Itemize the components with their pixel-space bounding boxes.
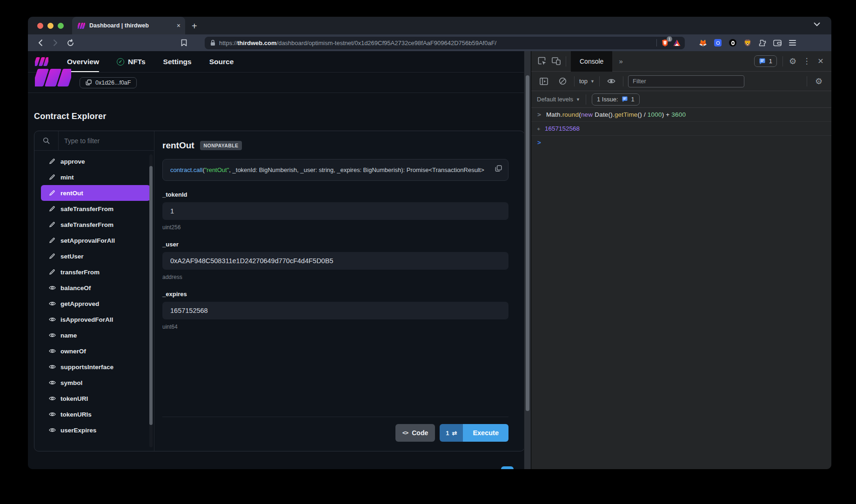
bookmark-icon[interactable] [178, 37, 190, 49]
function-list-item[interactable]: ownerOf [41, 343, 150, 359]
page-scrollbar-thumb[interactable] [526, 75, 529, 411]
browser-menu-icon[interactable] [788, 39, 796, 47]
chat-widget-sliver[interactable] [501, 466, 514, 469]
site-nav: ✓ Overview ✓ NFTs ✓ Settings ✓ Source [28, 51, 531, 73]
console-sidebar-icon[interactable] [537, 74, 551, 88]
clear-console-icon[interactable] [555, 74, 569, 88]
dark-circle-extension-icon[interactable] [729, 39, 737, 47]
page-scrollbar[interactable] [524, 51, 531, 469]
brave-shield-icon[interactable]: 1 [661, 39, 669, 47]
live-expression-eye-icon[interactable] [604, 74, 618, 88]
eye-icon [48, 427, 56, 433]
reload-button[interactable] [64, 37, 76, 49]
more-tabs-icon[interactable]: » [612, 57, 629, 65]
function-list-item[interactable]: getApproved [41, 296, 150, 312]
console-prompt-row[interactable]: > [531, 136, 831, 149]
function-detail: rentOut NONPAYABLE contract.call("rentOu… [154, 131, 524, 451]
browser-tab[interactable]: Dashboard | thirdweb × [72, 17, 185, 34]
site-nav-item[interactable]: ✓ Settings [163, 51, 192, 72]
function-list-item[interactable]: rentOut [41, 185, 150, 201]
console-filter-input[interactable] [628, 75, 744, 87]
param-input[interactable] [162, 202, 508, 220]
sidebar-scrollbar-thumb[interactable] [149, 166, 153, 425]
param-label: _expires [162, 291, 508, 298]
detail-footer: <> Code 1⇄ Execute [162, 417, 508, 451]
input-chevron: > [537, 111, 541, 118]
function-list-item[interactable]: transferFrom [41, 264, 150, 280]
site-nav-item[interactable]: ✓ Source [209, 51, 234, 72]
function-list-item[interactable]: supportsInterface [41, 359, 150, 375]
prompt-chevron: > [537, 139, 541, 146]
function-list-item[interactable]: setUser [41, 248, 150, 264]
param-input[interactable] [162, 252, 508, 270]
tab-close-icon[interactable]: × [177, 22, 181, 29]
param-label: _tokenId [162, 191, 508, 198]
copy-signature-icon[interactable] [495, 165, 502, 172]
back-button[interactable] [34, 37, 47, 49]
function-list-item[interactable]: safeTransferFrom [41, 201, 150, 217]
eye-icon [48, 285, 56, 291]
function-list-item[interactable]: tokenURI [41, 391, 150, 406]
function-list-item[interactable]: balanceOf [41, 280, 150, 296]
thirdweb-logo-icon[interactable] [35, 57, 48, 66]
devtools-console-tab[interactable]: Console [571, 51, 612, 72]
console-output[interactable]: > Math.round(new Date().getTime() / 1000… [531, 108, 831, 469]
devtools-kebab-menu-icon[interactable]: ⋮ [800, 54, 814, 68]
function-sidebar: approve mint [34, 131, 154, 451]
password-manager-extension-icon[interactable] [714, 39, 722, 47]
url-text: https://thirdweb.com/dashboard/optimism-… [219, 40, 653, 46]
lion-extension-icon[interactable]: 🦁 [743, 39, 752, 47]
function-list-item[interactable]: isApprovedForAll [41, 312, 150, 327]
function-list-item[interactable]: symbol [41, 375, 150, 391]
function-name: setApprovalForAll [60, 237, 115, 244]
function-filter-input[interactable] [59, 131, 154, 150]
function-name: symbol [60, 379, 82, 386]
function-list-item[interactable]: mint [41, 169, 150, 185]
site-nav-item[interactable]: ✓ Overview [67, 51, 99, 72]
traffic-lights [28, 17, 72, 34]
extensions-puzzle-icon[interactable] [758, 39, 767, 47]
function-list-item[interactable]: setApprovalForAll [41, 232, 150, 248]
function-name: tokenURIs [60, 411, 92, 418]
function-list-item[interactable]: safeTransferFrom [41, 217, 150, 232]
devtools-settings-icon[interactable]: ⚙ [786, 54, 800, 68]
function-list-item[interactable]: name [41, 327, 150, 343]
execute-button[interactable]: Execute [463, 424, 508, 442]
tab-search-chevron-icon[interactable] [814, 22, 820, 27]
function-list-item[interactable]: tokenURIs [41, 406, 150, 422]
address-bar[interactable]: https://thirdweb.com/dashboard/optimism-… [205, 37, 685, 49]
execute-count-button[interactable]: 1⇄ [440, 424, 463, 442]
explorer-page: Contract Explorer [28, 93, 531, 469]
close-window-button[interactable] [37, 23, 43, 29]
function-list-item[interactable]: approve [41, 153, 150, 169]
console-settings-gear-icon[interactable]: ⚙ [812, 74, 826, 88]
param-input[interactable] [162, 302, 508, 319]
console-message-badge[interactable]: 1 [754, 55, 777, 67]
function-list-item[interactable]: userExpires [41, 422, 150, 438]
site-nav-item[interactable]: ✓ NFTs [117, 51, 146, 72]
issues-counter[interactable]: 1 Issue: 1 [592, 93, 640, 106]
context-selector[interactable]: top▼ [579, 78, 595, 85]
forward-button[interactable] [49, 37, 61, 49]
pencil-icon [48, 206, 56, 212]
new-tab-button[interactable]: + [185, 21, 204, 34]
log-levels-dropdown[interactable]: Default levels▼ [537, 96, 580, 103]
brave-wallet-icon[interactable] [773, 39, 782, 47]
metamask-extension-icon[interactable]: 🦊 [699, 39, 707, 47]
param-type: address [162, 274, 508, 280]
devtools-close-icon[interactable]: ✕ [814, 54, 828, 68]
desktop: Dashboard | thirdweb × + [0, 0, 856, 504]
zoom-window-button[interactable] [58, 23, 64, 29]
inspect-element-icon[interactable] [535, 54, 549, 68]
minimize-window-button[interactable] [47, 23, 54, 29]
device-toolbar-icon[interactable] [549, 54, 563, 68]
function-name: userExpires [60, 427, 96, 434]
devtools-tab-bar: Console » 1 ⚙ ⋮ ✕ [531, 51, 831, 72]
brave-rewards-bat-icon[interactable] [673, 39, 681, 47]
return-arrow-icon: ‹· [537, 125, 540, 132]
search-icon [34, 131, 59, 150]
code-button[interactable]: <> Code [395, 424, 435, 442]
function-name: safeTransferFrom [60, 221, 114, 228]
contract-address-badge[interactable]: 0x1d26...f0aF [80, 77, 137, 88]
function-name: isApprovedForAll [60, 316, 113, 323]
